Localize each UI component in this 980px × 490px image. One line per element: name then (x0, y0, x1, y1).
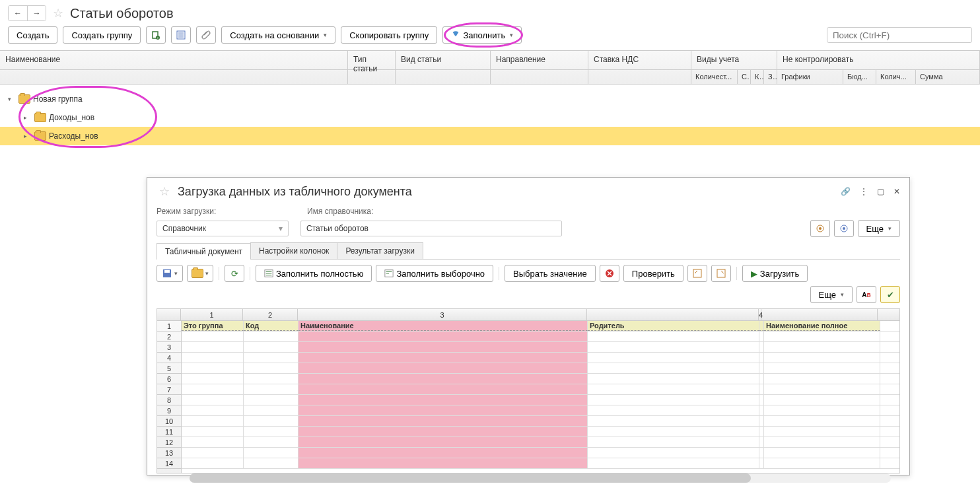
tree-row[interactable]: ▸Доходы_нов (0, 108, 980, 127)
cell[interactable] (764, 448, 880, 458)
cell[interactable] (298, 363, 588, 373)
list-icon[interactable] (171, 26, 191, 44)
fill-sel-button[interactable]: Заполнить выборочно (376, 265, 493, 282)
cell[interactable] (182, 353, 244, 363)
more2-button[interactable]: Еще (810, 286, 853, 303)
cell[interactable] (759, 321, 764, 331)
cell[interactable] (588, 416, 759, 426)
cell[interactable] (759, 374, 764, 384)
cell[interactable] (588, 384, 759, 394)
cell[interactable]: Наименование (298, 321, 588, 331)
cell[interactable] (764, 437, 880, 447)
cell[interactable] (588, 437, 759, 447)
cell[interactable] (764, 416, 880, 426)
nav-fwd[interactable]: → (27, 6, 46, 20)
cell[interactable] (764, 342, 880, 352)
cell[interactable] (588, 395, 759, 405)
cell[interactable] (244, 384, 298, 394)
cell[interactable] (244, 353, 298, 363)
cell[interactable] (759, 363, 764, 373)
cell[interactable]: Наименование полное (764, 321, 880, 331)
cell[interactable] (588, 353, 759, 363)
spreadsheet[interactable]: 1234 1234567891011121314 Это группаКодНа… (157, 308, 900, 473)
cell[interactable] (759, 416, 764, 426)
cell[interactable] (298, 384, 588, 394)
cell[interactable] (182, 363, 244, 373)
cell[interactable] (182, 448, 244, 458)
star-icon[interactable]: ☆ (159, 184, 170, 199)
cell[interactable] (298, 427, 588, 437)
copy-icon[interactable]: + (146, 26, 166, 44)
cell[interactable] (244, 416, 298, 426)
cell[interactable] (588, 427, 759, 437)
cell[interactable] (298, 332, 588, 341)
settings-icon[interactable] (810, 220, 830, 237)
cell[interactable] (588, 458, 759, 468)
copy-group-button[interactable]: Скопировать группу (341, 26, 437, 44)
cell[interactable] (759, 448, 764, 458)
clear-icon[interactable] (600, 265, 619, 282)
cell[interactable] (244, 458, 298, 468)
cell[interactable] (759, 332, 764, 341)
toggle-icon[interactable]: ▾ (8, 96, 16, 102)
cell[interactable] (182, 458, 244, 468)
tab[interactable]: Результат загрузки (337, 242, 423, 259)
cell[interactable] (298, 353, 588, 363)
tab[interactable]: Настройки колонок (250, 242, 337, 259)
cell[interactable] (764, 405, 880, 415)
cell[interactable] (298, 405, 588, 415)
cell[interactable] (244, 374, 298, 384)
tab[interactable]: Табличный документ (157, 243, 251, 260)
scrollbar[interactable] (190, 473, 891, 483)
save-icon[interactable] (157, 265, 183, 282)
cell[interactable] (298, 448, 588, 458)
cell[interactable] (298, 395, 588, 405)
mode-select[interactable]: Справочник▾ (157, 221, 289, 236)
cell[interactable] (182, 427, 244, 437)
cell[interactable] (759, 437, 764, 447)
cell[interactable] (244, 395, 298, 405)
cell[interactable] (298, 374, 588, 384)
cell[interactable] (764, 384, 880, 394)
cell[interactable] (759, 458, 764, 468)
cell[interactable] (182, 384, 244, 394)
cell[interactable] (759, 353, 764, 363)
cell[interactable] (588, 374, 759, 384)
cell[interactable] (588, 342, 759, 352)
cell[interactable] (182, 437, 244, 447)
tree-row[interactable]: ▸Расходы_нов (0, 127, 980, 145)
create-group-button[interactable]: Создать группу (63, 26, 141, 44)
cell[interactable] (764, 353, 880, 363)
cell[interactable] (588, 363, 759, 373)
cell[interactable] (298, 458, 588, 468)
check-icon[interactable]: ✔ (880, 286, 900, 303)
create-button[interactable]: Создать (8, 26, 57, 44)
tree-row[interactable]: ▾Новая группа (0, 90, 980, 108)
nav-back[interactable]: ← (9, 6, 27, 20)
cell[interactable] (759, 384, 764, 394)
cell[interactable] (298, 342, 588, 352)
close-icon[interactable]: ✕ (893, 187, 900, 196)
maximize-icon[interactable]: ▢ (877, 187, 884, 196)
toggle-icon[interactable]: ▸ (24, 114, 32, 121)
open-icon[interactable] (187, 265, 213, 282)
cell[interactable] (244, 342, 298, 352)
cell[interactable] (244, 437, 298, 447)
pick-button[interactable]: Выбрать значение (505, 265, 596, 282)
settings2-icon[interactable] (834, 220, 854, 237)
seq1-icon[interactable] (687, 265, 707, 282)
cell[interactable] (588, 448, 759, 458)
create-based-button[interactable]: Создать на основании (221, 26, 335, 44)
fill-full-button[interactable]: Заполнить полностью (256, 265, 372, 282)
cell[interactable] (244, 332, 298, 341)
cell[interactable] (764, 363, 880, 373)
link-icon[interactable]: 🔗 (841, 187, 851, 196)
cell[interactable] (759, 395, 764, 405)
cell[interactable] (182, 332, 244, 341)
cell[interactable] (244, 405, 298, 415)
cell[interactable] (764, 427, 880, 437)
cell[interactable] (182, 374, 244, 384)
seq2-icon[interactable] (711, 265, 731, 282)
cell[interactable] (244, 363, 298, 373)
font-icon[interactable]: Aв (857, 286, 876, 303)
